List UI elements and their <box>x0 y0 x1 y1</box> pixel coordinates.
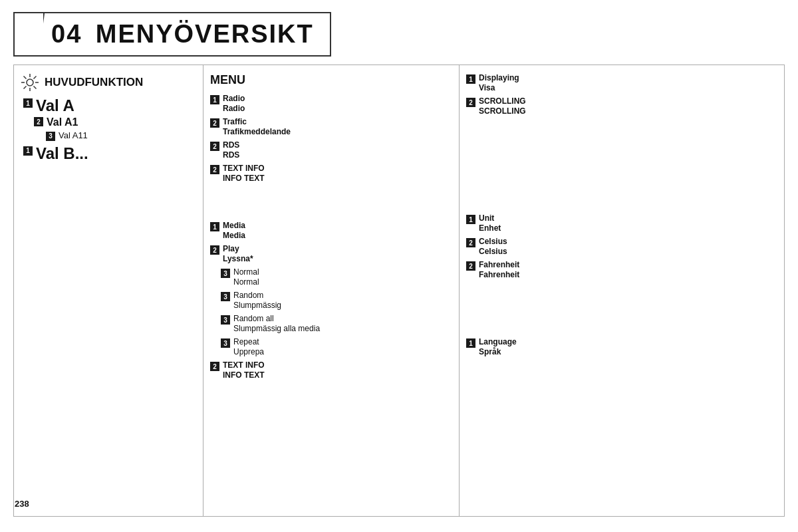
item-line2: Trafikmeddelande <box>223 127 291 137</box>
item-line1: Random all <box>233 314 320 324</box>
badge: 3 <box>221 269 230 278</box>
item-line2: SCROLLING <box>479 106 526 116</box>
list-item: 2 Celsius Celsius <box>466 237 777 257</box>
badge: 3 <box>221 315 230 325</box>
svg-line-8 <box>24 86 27 89</box>
list-item: 1 Val B... <box>23 145 196 162</box>
list-item: 3 Random all Slumpmässig alla media <box>221 314 452 334</box>
list-item: 2 Traffic Trafikmeddelande <box>210 117 452 137</box>
svg-line-7 <box>34 76 37 79</box>
item-line1: TEXT INFO <box>223 164 265 174</box>
page-number: 238 <box>15 499 29 509</box>
item-line1: Fahrenheit <box>479 260 519 270</box>
item-line2: Upprepa <box>233 347 264 357</box>
item-line2: Fahrenheit <box>479 270 519 280</box>
item-line2: Enhet <box>479 223 501 233</box>
item-line1: Celsius <box>479 237 507 247</box>
page-title-text: MENYÖVERSIKT <box>96 20 314 48</box>
center-panel: MENU 1 Radio Radio 2 Traffic Trafikmedd <box>203 65 460 516</box>
badge: 3 <box>221 292 230 301</box>
item-line1: Random <box>233 291 281 301</box>
item-line1: Repeat <box>233 337 264 347</box>
badge: 1 <box>210 95 219 104</box>
badge: 1 <box>466 215 475 224</box>
item-line2: Normal <box>233 277 259 287</box>
list-item: 2 RDS RDS <box>210 140 452 160</box>
center-panel-title: MENU <box>210 73 452 87</box>
item-line2: Slumpmässig alla media <box>233 324 320 334</box>
badge: 2 <box>210 142 219 151</box>
page-title: 04 <box>51 20 82 48</box>
item-line2: Slumpmässig <box>233 301 281 311</box>
list-item: 1 Displaying Visa <box>466 73 777 93</box>
list-item: 2 Play Lyssna* <box>210 244 452 264</box>
item-line2: Visa <box>479 83 519 93</box>
list-item: 2 TEXT INFO INFO TEXT <box>210 164 452 184</box>
list-item: 3 Repeat Upprepa <box>221 337 452 357</box>
list-item: 2 Fahrenheit Fahrenheit <box>466 260 777 280</box>
item-line1: Language <box>479 337 517 347</box>
item-line2: Lyssna* <box>223 254 253 264</box>
item-label: Val A11 <box>59 130 88 141</box>
list-item: 1 Media Media <box>210 221 452 241</box>
item-line2: RDS <box>223 150 239 160</box>
item-line2: Radio <box>223 104 245 114</box>
right-section-2: 1 Unit Enhet 2 Celsius Celsius 2 <box>466 213 777 280</box>
list-item: 2 Val A1 <box>34 116 196 128</box>
badge: 3 <box>221 338 230 348</box>
left-panel-title: HUVUDFUNKTION <box>45 76 143 89</box>
badge: 2 <box>210 118 219 128</box>
sun-icon <box>21 73 39 92</box>
badge: 1 <box>466 74 475 84</box>
item-label: Val B... <box>36 145 88 162</box>
item-line1: Play <box>223 244 253 254</box>
item-line2: Språk <box>479 347 517 357</box>
badge: 1 <box>23 146 33 156</box>
list-item: 3 Val A11 <box>46 130 196 141</box>
item-line1: Radio <box>223 94 245 104</box>
list-item: 3 Random Slumpmässig <box>221 291 452 311</box>
list-item: 1 Language Språk <box>466 337 777 357</box>
list-item: 1 Radio Radio <box>210 94 452 114</box>
item-line1: Unit <box>479 213 501 223</box>
list-item: 2 TEXT INFO INFO TEXT <box>210 360 452 380</box>
list-item: 1 Unit Enhet <box>466 213 777 233</box>
menu-section: 1 Radio Radio 2 Traffic Trafikmeddelande <box>210 94 452 184</box>
svg-line-5 <box>24 76 27 79</box>
badge: 3 <box>46 132 55 141</box>
badge: 1 <box>23 98 33 108</box>
item-line2: INFO TEXT <box>223 174 265 184</box>
item-label: Val A1 <box>47 116 78 128</box>
badge: 2 <box>466 261 475 271</box>
badge: 2 <box>210 165 219 174</box>
item-line1: Media <box>223 221 245 231</box>
badge: 1 <box>466 338 475 348</box>
badge: 2 <box>34 117 43 126</box>
badge: 2 <box>210 362 219 371</box>
item-line1: TEXT INFO <box>223 360 265 370</box>
svg-line-6 <box>34 86 37 89</box>
item-line1: Normal <box>233 267 259 277</box>
badge: 2 <box>466 238 475 247</box>
list-item: 1 Val A <box>23 97 196 114</box>
list-item: 3 Normal Normal <box>221 267 452 287</box>
right-section-3: 1 Language Språk <box>466 337 777 357</box>
item-line1: SCROLLING <box>479 96 526 106</box>
right-section-1: 1 Displaying Visa 2 SCROLLING SCROLLING <box>466 73 777 116</box>
list-item: 2 SCROLLING SCROLLING <box>466 96 777 116</box>
item-line1: Displaying <box>479 73 519 83</box>
menu-section-2: 1 Media Media 2 Play Lyssna* 3 <box>210 221 452 380</box>
item-line2: Celsius <box>479 247 507 257</box>
item-line2: Media <box>223 231 245 241</box>
item-line1: Traffic <box>223 117 291 127</box>
badge: 1 <box>210 222 219 231</box>
badge: 2 <box>466 98 475 107</box>
svg-point-0 <box>27 79 33 86</box>
item-line1: RDS <box>223 140 239 150</box>
right-panel: 1 Displaying Visa 2 SCROLLING SCROLLING <box>460 65 784 516</box>
item-line2: INFO TEXT <box>223 370 265 380</box>
left-panel: HUVUDFUNKTION 1 Val A 2 Val A1 3 Va <box>14 65 203 516</box>
item-label: Val A <box>36 97 74 114</box>
badge: 2 <box>210 245 219 255</box>
